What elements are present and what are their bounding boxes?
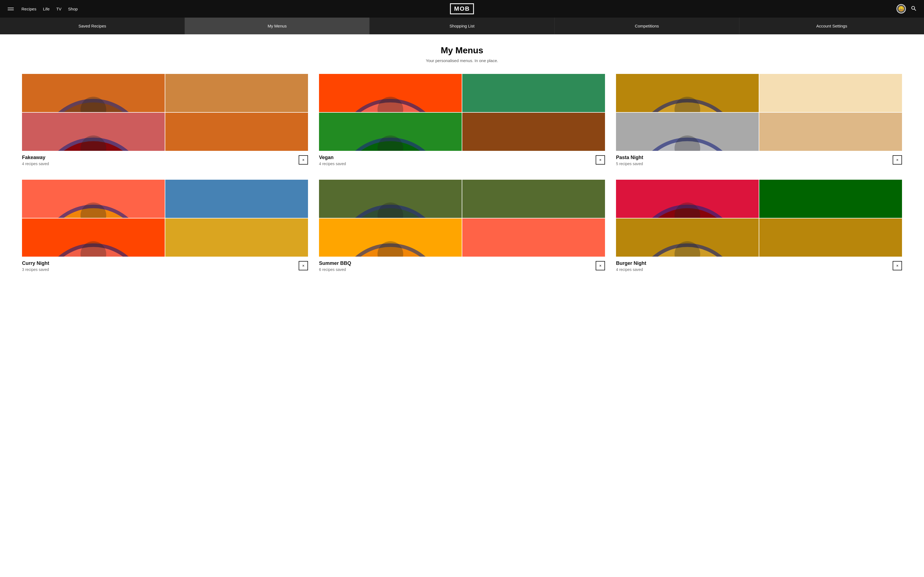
delete-menu-button[interactable]: × bbox=[299, 261, 308, 270]
menu-info: Curry Night3 recipes saved bbox=[22, 261, 49, 272]
subnav-item-competitions[interactable]: Competitions bbox=[555, 18, 740, 34]
svg-rect-175 bbox=[759, 218, 902, 256]
subnav-item-account-settings[interactable]: Account Settings bbox=[740, 18, 924, 34]
subnav-item-shopping-list[interactable]: Shopping List bbox=[370, 18, 554, 34]
menu-image-2[interactable] bbox=[616, 218, 759, 256]
menu-images bbox=[22, 180, 308, 256]
menu-footer: Pasta Night5 recipes saved× bbox=[616, 155, 902, 166]
delete-menu-button[interactable]: × bbox=[596, 155, 605, 164]
menu-images bbox=[616, 180, 902, 256]
menu-recipe-count: 6 recipes saved bbox=[319, 268, 351, 272]
search-button[interactable] bbox=[911, 5, 916, 12]
menu-name: Burger Night bbox=[616, 261, 646, 266]
menu-footer: Curry Night3 recipes saved× bbox=[22, 261, 308, 272]
sub-navigation: Saved RecipesMy MenusShopping ListCompet… bbox=[0, 18, 924, 34]
menu-image-1[interactable] bbox=[462, 74, 605, 112]
menu-info: Fakeaway4 recipes saved bbox=[22, 155, 49, 166]
menu-image-1[interactable] bbox=[165, 180, 308, 218]
menu-recipe-count: 4 recipes saved bbox=[319, 161, 346, 166]
delete-menu-button[interactable]: × bbox=[299, 155, 308, 164]
menu-image-2[interactable] bbox=[319, 218, 462, 256]
svg-rect-145 bbox=[462, 218, 605, 256]
nav-link-tv[interactable]: TV bbox=[56, 6, 61, 11]
menu-image-3[interactable] bbox=[759, 218, 902, 256]
menu-info: Burger Night4 recipes saved bbox=[616, 261, 646, 272]
menu-image-0[interactable] bbox=[616, 74, 759, 112]
svg-rect-100 bbox=[165, 180, 308, 218]
menu-name: Pasta Night bbox=[616, 155, 643, 160]
svg-rect-130 bbox=[462, 180, 605, 218]
main-nav: RecipesLifeTVShop bbox=[21, 6, 78, 11]
menu-recipe-count: 5 recipes saved bbox=[616, 161, 643, 166]
delete-menu-button[interactable]: × bbox=[893, 155, 902, 164]
menu-info: Pasta Night5 recipes saved bbox=[616, 155, 643, 166]
menu-image-3[interactable] bbox=[165, 113, 308, 151]
menu-card: Curry Night3 recipes saved× bbox=[22, 180, 308, 272]
menu-recipe-count: 3 recipes saved bbox=[22, 268, 49, 272]
menu-image-0[interactable] bbox=[22, 74, 165, 112]
menu-image-3[interactable] bbox=[759, 113, 902, 151]
menu-footer: Vegan4 recipes saved× bbox=[319, 155, 605, 166]
menu-image-2[interactable] bbox=[22, 113, 165, 151]
menu-image-1[interactable] bbox=[759, 180, 902, 218]
page-subtitle: Your personalised menus. In one place. bbox=[22, 58, 902, 63]
svg-rect-55 bbox=[462, 113, 605, 151]
menu-card: Vegan4 recipes saved× bbox=[319, 74, 605, 166]
menu-image-2[interactable] bbox=[319, 113, 462, 151]
menu-image-0[interactable] bbox=[22, 180, 165, 218]
user-avatar[interactable]: 😀 bbox=[897, 4, 906, 13]
menu-footer: Summer BBQ6 recipes saved× bbox=[319, 261, 605, 272]
subnav-item-my-menus[interactable]: My Menus bbox=[185, 18, 370, 34]
menu-images bbox=[319, 74, 605, 151]
menu-info: Vegan4 recipes saved bbox=[319, 155, 346, 166]
subnav-item-saved-recipes[interactable]: Saved Recipes bbox=[0, 18, 185, 34]
menu-card: Pasta Night5 recipes saved× bbox=[616, 74, 902, 166]
menu-card: Summer BBQ6 recipes saved× bbox=[319, 180, 605, 272]
menus-grid: Fakeaway4 recipes saved× bbox=[22, 74, 902, 272]
menu-card: Fakeaway4 recipes saved× bbox=[22, 74, 308, 166]
logo-container: MOB bbox=[450, 3, 474, 14]
menu-images bbox=[319, 180, 605, 256]
svg-rect-85 bbox=[759, 113, 902, 151]
delete-menu-button[interactable]: × bbox=[893, 261, 902, 270]
menu-image-0[interactable] bbox=[319, 74, 462, 112]
menu-images bbox=[22, 74, 308, 151]
site-header: RecipesLifeTVShop MOB 😀 bbox=[0, 0, 924, 18]
nav-link-shop[interactable]: Shop bbox=[68, 6, 78, 11]
svg-rect-160 bbox=[759, 180, 902, 218]
menu-recipe-count: 4 recipes saved bbox=[616, 268, 646, 272]
main-content: My Menus Your personalised menus. In one… bbox=[0, 34, 924, 283]
menu-image-3[interactable] bbox=[462, 218, 605, 256]
page-title: My Menus bbox=[22, 45, 902, 55]
menu-image-2[interactable] bbox=[22, 218, 165, 256]
menu-images bbox=[616, 74, 902, 151]
svg-rect-25 bbox=[165, 113, 308, 151]
menu-info: Summer BBQ6 recipes saved bbox=[319, 261, 351, 272]
menu-footer: Fakeaway4 recipes saved× bbox=[22, 155, 308, 166]
menu-image-1[interactable] bbox=[462, 180, 605, 218]
menu-image-3[interactable] bbox=[165, 218, 308, 256]
svg-rect-70 bbox=[759, 74, 902, 112]
svg-rect-40 bbox=[462, 74, 605, 112]
menu-card: Burger Night4 recipes saved× bbox=[616, 180, 902, 272]
site-logo[interactable]: MOB bbox=[450, 3, 474, 14]
nav-link-recipes[interactable]: Recipes bbox=[21, 6, 36, 11]
hamburger-menu-button[interactable] bbox=[8, 8, 14, 10]
svg-rect-115 bbox=[165, 218, 308, 256]
svg-rect-10 bbox=[165, 74, 308, 112]
delete-menu-button[interactable]: × bbox=[596, 261, 605, 270]
menu-footer: Burger Night4 recipes saved× bbox=[616, 261, 902, 272]
menu-image-2[interactable] bbox=[616, 113, 759, 151]
menu-image-1[interactable] bbox=[759, 74, 902, 112]
header-left: RecipesLifeTVShop bbox=[8, 6, 78, 11]
menu-recipe-count: 4 recipes saved bbox=[22, 161, 49, 166]
menu-name: Fakeaway bbox=[22, 155, 49, 160]
menu-image-0[interactable] bbox=[319, 180, 462, 218]
menu-name: Vegan bbox=[319, 155, 346, 160]
menu-image-1[interactable] bbox=[165, 74, 308, 112]
menu-image-3[interactable] bbox=[462, 113, 605, 151]
nav-link-life[interactable]: Life bbox=[43, 6, 50, 11]
header-right: 😀 bbox=[897, 4, 916, 13]
svg-line-1 bbox=[914, 9, 916, 10]
menu-image-0[interactable] bbox=[616, 180, 759, 218]
